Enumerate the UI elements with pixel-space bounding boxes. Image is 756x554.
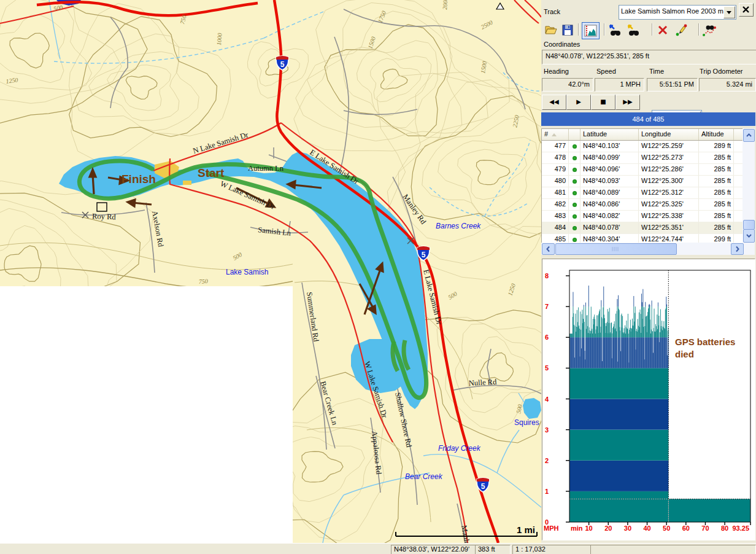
stop-button[interactable]: ■ xyxy=(591,95,615,110)
binoculars-route-icon xyxy=(702,23,717,37)
status-cursor-coords: N48°38.03', W122°22.09' xyxy=(391,545,476,554)
binoculars-blue-arrow-icon xyxy=(608,23,622,37)
chevron-up-icon xyxy=(744,130,754,141)
y-axis-title: MPH xyxy=(544,525,559,532)
cell-latitude: N48°40.082' xyxy=(580,211,639,222)
cell-icon xyxy=(569,152,580,163)
x-tick-label: 80 xyxy=(721,525,728,532)
status-bar: N48°38.03', W122°22.09' 383 ft 1 : 17,03… xyxy=(0,543,756,554)
col-altitude[interactable]: Altitude xyxy=(699,129,734,140)
trackpoint-table[interactable]: # Latitude Longitude Altitude 477N48°40.… xyxy=(541,128,743,244)
x-tick-label: 70 xyxy=(701,525,709,532)
table-vscrollbar[interactable] xyxy=(742,128,755,243)
rewind-button[interactable]: ◀◀ xyxy=(542,95,566,110)
open-file-button[interactable] xyxy=(544,23,559,37)
fast-forward-button[interactable]: ▶▶ xyxy=(615,95,640,110)
map-label-wateri: Barnes Creek xyxy=(436,222,481,230)
trip-odometer-value: 5.324 mi xyxy=(699,78,756,92)
table-header[interactable]: # Latitude Longitude Altitude xyxy=(542,129,742,141)
svg-text:5: 5 xyxy=(481,482,485,491)
col-longitude[interactable]: Longitude xyxy=(639,129,699,140)
edit-track-button[interactable] xyxy=(674,23,689,37)
col-icon[interactable] xyxy=(569,129,580,140)
table-row[interactable]: 480N48°40.093'W122°25.300'285 ft xyxy=(542,176,742,187)
x-tick-label: 10 xyxy=(585,525,593,532)
find-prev-button[interactable] xyxy=(626,23,641,37)
cell-latitude: N48°40.093' xyxy=(580,176,639,187)
cell-altitude: 285 ft xyxy=(699,152,734,163)
table-row[interactable]: 483N48°40.082'W122°25.338'285 ft xyxy=(542,211,742,222)
x-tick-label: 30 xyxy=(624,525,631,532)
table-row[interactable]: 477N48°40.103'W122°25.259'289 ft xyxy=(542,141,742,152)
table-row[interactable]: 484N48°40.078'W122°25.351'285 ft xyxy=(542,222,742,234)
cell-icon xyxy=(569,187,580,198)
col-number[interactable]: # xyxy=(542,129,569,140)
status-cursor-altitude: 383 ft xyxy=(475,545,511,554)
cell-longitude: W122°25.338' xyxy=(639,211,699,222)
table-body: 477N48°40.103'W122°25.259'289 ft478N48°4… xyxy=(542,141,742,244)
map-label-contour: 750 xyxy=(198,278,208,285)
y-tick-label: 7 xyxy=(545,303,549,310)
table-hscrollbar[interactable] xyxy=(541,243,755,255)
map-label-road: Nulle Rd xyxy=(468,378,497,388)
find-next-button[interactable] xyxy=(608,23,623,37)
vscroll-thumb[interactable] xyxy=(743,220,755,230)
cell-icon xyxy=(569,164,580,175)
pencil-icon xyxy=(674,23,688,37)
col-latitude[interactable]: Latitude xyxy=(580,129,639,140)
cell-latitude: N48°40.099' xyxy=(580,152,639,163)
trackpoint-dot-icon xyxy=(573,191,577,195)
play-button[interactable]: ▶ xyxy=(566,95,591,110)
trackpoint-dot-icon xyxy=(573,238,577,242)
scroll-left-button[interactable] xyxy=(542,243,555,255)
cell-latitude: N48°40.089' xyxy=(580,187,639,198)
table-row[interactable]: 481N48°40.089'W122°25.312'285 ft xyxy=(542,187,742,199)
cell-number: 478 xyxy=(542,152,569,163)
speed-chart-toggle-button[interactable] xyxy=(582,22,600,39)
scroll-right-button[interactable] xyxy=(731,243,744,255)
topo-map[interactable]: 5 5 5 N Lake Samish DrAutumn LnE Lake Sa… xyxy=(0,0,541,543)
speed-chart-panel: 012345678MPHmin102030405060708093.25GPS … xyxy=(542,259,755,540)
speed-value: 1 MPH xyxy=(595,78,644,92)
cell-longitude: W122°25.286' xyxy=(639,164,699,175)
find-on-route-button[interactable] xyxy=(702,23,717,37)
scroll-down-button[interactable] xyxy=(743,229,755,243)
cell-latitude: N48°40.086' xyxy=(580,199,639,210)
trackpoint-dot-icon xyxy=(573,156,577,160)
chart-annotation: died xyxy=(675,349,694,359)
track-dropdown[interactable]: Lake Samish Salmon Roe 2003 msto xyxy=(619,5,736,20)
cell-longitude: W122°25.300' xyxy=(639,176,699,187)
hscroll-thumb[interactable] xyxy=(555,243,677,255)
cell-altitude: 285 ft xyxy=(699,199,734,210)
cell-altitude: 285 ft xyxy=(699,164,734,175)
cell-icon xyxy=(569,211,580,222)
time-value: 5:51:51 PM xyxy=(647,78,698,92)
map-label-contour: 1000 xyxy=(215,33,223,45)
cell-latitude: N48°40.096' xyxy=(580,164,639,175)
y-tick-label: 5 xyxy=(545,364,549,372)
track-label: Track xyxy=(544,8,560,15)
delete-x-icon xyxy=(655,23,670,37)
table-row[interactable]: 478N48°40.099'W122°25.273'285 ft xyxy=(542,152,742,164)
track-progress-bar: 484 of 485 xyxy=(541,112,755,126)
heading-value: 42.0°m xyxy=(542,78,593,92)
track-dropdown-arrow[interactable] xyxy=(723,6,735,18)
table-row[interactable]: 479N48°40.096'W122°25.286'285 ft xyxy=(542,164,742,176)
map-label-track: Finish xyxy=(122,173,156,185)
map-label-wateri: Bear Creek xyxy=(405,472,443,481)
cell-altitude: 289 ft xyxy=(699,141,734,152)
cell-icon xyxy=(569,199,580,210)
map-label-track: Start xyxy=(198,166,225,179)
map-view[interactable]: 5 5 5 N Lake Samish DrAutumn LnE Lake Sa… xyxy=(0,0,541,543)
table-row[interactable]: 482N48°40.086'W122°25.325'285 ft xyxy=(542,199,742,211)
save-button[interactable] xyxy=(560,23,576,37)
binoculars-yellow-arrow-icon xyxy=(626,23,641,37)
close-panel-button[interactable] xyxy=(739,3,754,17)
x-tick-label: 60 xyxy=(682,525,690,532)
cell-number: 479 xyxy=(542,164,569,175)
scroll-up-button[interactable] xyxy=(743,129,755,142)
x-tick-label: 50 xyxy=(663,525,670,532)
cell-longitude: W122°25.351' xyxy=(639,222,699,233)
cell-longitude: W122°25.325' xyxy=(639,199,699,210)
delete-track-button[interactable] xyxy=(655,23,671,37)
